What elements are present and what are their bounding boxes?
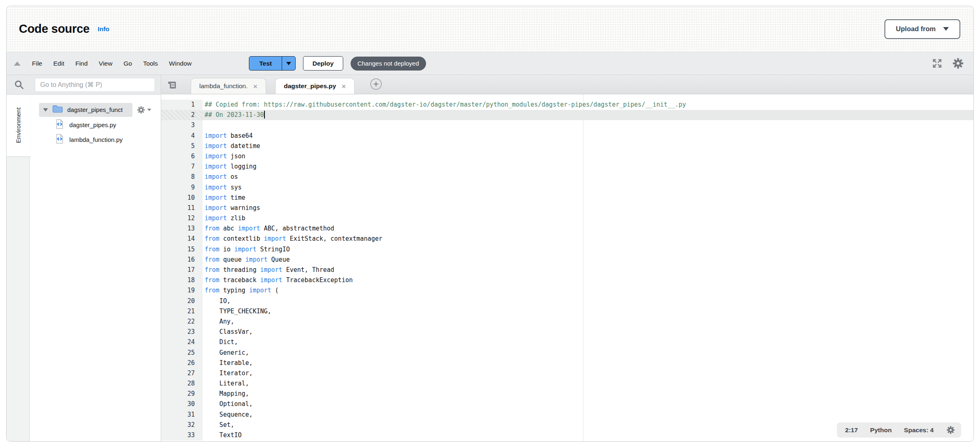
code-line[interactable]: 5import datetime [161,141,973,151]
folder-dagster-pipes-function[interactable]: dagster_pipes_funct [39,103,132,117]
code-line[interactable]: 20 IO, [161,296,973,306]
folder-expand-caret-icon[interactable] [43,108,48,112]
line-number[interactable]: 13 [161,224,203,234]
line-number[interactable]: 10 [161,193,203,203]
code-line[interactable]: 23 ClassVar, [161,327,973,337]
go-to-anything-input[interactable] [35,78,155,92]
close-tab-icon[interactable]: × [253,82,258,90]
test-split-button[interactable]: Test [249,56,296,71]
line-number[interactable]: 20 [161,296,203,306]
tab-dagster-pipes[interactable]: dagster_pipes.py × [275,78,355,94]
code-line[interactable]: 19from typing import ( [161,285,973,296]
line-number[interactable]: 6 [161,151,203,162]
code-line[interactable]: 17from threading import Event, Thread [161,265,973,275]
line-number[interactable]: 29 [161,389,203,399]
line-number[interactable]: 33 [161,430,203,440]
line-number[interactable]: 8 [161,172,203,182]
environment-tab[interactable]: Environment [7,95,30,156]
indentation-setting[interactable]: Spaces: 4 [904,426,934,434]
menu-window[interactable]: Window [169,60,191,67]
code-line[interactable]: 4import base64 [161,131,973,141]
close-tab-icon[interactable]: × [342,82,346,90]
line-number[interactable]: 7 [161,162,203,172]
cursor-position[interactable]: 2:17 [845,426,858,434]
code-line[interactable]: 31 Sequence, [161,410,973,420]
info-link[interactable]: Info [98,25,109,33]
code-line[interactable]: 10import time [161,193,973,203]
test-button-label[interactable]: Test [249,57,282,70]
tree-file-lambda-function[interactable]: lambda_function.py [55,132,161,147]
line-number[interactable]: 19 [161,285,203,296]
code-line[interactable]: 21 TYPE_CHECKING, [161,306,973,317]
line-number[interactable]: 17 [161,265,203,275]
menu-tools[interactable]: Tools [143,60,158,67]
code-line[interactable]: 14from contextlib import ExitStack, cont… [161,234,973,244]
tree-file-dagster-pipes[interactable]: dagster_pipes.py [55,117,161,132]
line-number[interactable]: 23 [161,327,203,337]
code-line[interactable]: 11import warnings [161,203,973,213]
code-line[interactable]: 9import sys [161,182,973,193]
upload-from-button[interactable]: Upload from [884,19,960,39]
code-line[interactable]: 28 Literal, [161,379,973,389]
code-editor[interactable]: 1## Copied from: https://raw.githubuserc… [161,94,973,441]
code-line[interactable]: 27 Iterator, [161,368,973,379]
code-line[interactable]: 2## On 2023-11-30 [161,110,973,120]
code-line[interactable]: 29 Mapping, [161,389,973,399]
line-number[interactable]: 30 [161,399,203,409]
code-line[interactable]: 25 Generic, [161,348,973,358]
code-line[interactable]: 22 Any, [161,317,973,327]
menu-go[interactable]: Go [123,60,132,67]
line-number[interactable]: 18 [161,275,203,285]
line-number[interactable]: 9 [161,182,203,193]
code-line[interactable]: 13from abc import ABC, abstractmethod [161,224,973,234]
new-tab-button[interactable] [370,78,382,90]
code-line[interactable]: 8import os [161,172,973,182]
line-number[interactable]: 32 [161,420,203,430]
line-number[interactable]: 24 [161,337,203,347]
test-dropdown-button[interactable] [282,57,295,70]
code-line[interactable]: 12import zlib [161,213,973,224]
menu-edit[interactable]: Edit [53,60,64,67]
code-line[interactable]: 30 Optional, [161,399,973,409]
collapse-menubar-icon[interactable] [14,62,21,66]
tree-settings-gear-icon[interactable] [137,105,151,114]
fullscreen-icon[interactable] [932,58,943,69]
code-line[interactable]: 1## Copied from: https://raw.githubuserc… [161,100,973,110]
line-number[interactable]: 4 [161,131,203,141]
menu-find[interactable]: Find [75,60,88,67]
line-number[interactable]: 2 [161,110,203,120]
menu-file[interactable]: File [32,60,42,67]
menu-view[interactable]: View [99,60,112,67]
code-line[interactable]: 6import json [161,151,973,162]
settings-gear-icon[interactable] [952,57,964,70]
tab-lambda-function[interactable]: lambda_function. × [191,78,266,94]
line-number[interactable]: 22 [161,317,203,327]
code-line[interactable]: 26 Iterable, [161,358,973,368]
line-number[interactable]: 3 [161,120,203,130]
code-line[interactable]: 16from queue import Queue [161,255,973,265]
line-number[interactable]: 11 [161,203,203,213]
line-number[interactable]: 26 [161,358,203,368]
line-number[interactable]: 27 [161,368,203,379]
code-text: import zlib [203,213,973,224]
line-number[interactable]: 12 [161,213,203,224]
line-number[interactable]: 31 [161,410,203,420]
line-number[interactable]: 16 [161,255,203,265]
line-number[interactable]: 28 [161,379,203,389]
code-text: TYPE_CHECKING, [203,306,973,317]
line-number[interactable]: 14 [161,234,203,244]
code-line[interactable]: 18from traceback import TracebackExcepti… [161,275,973,285]
line-number[interactable]: 1 [161,100,203,110]
line-number[interactable]: 21 [161,306,203,317]
code-line[interactable]: 15from io import StringIO [161,244,973,255]
line-number[interactable]: 5 [161,141,203,151]
deploy-button[interactable]: Deploy [303,56,343,71]
status-settings-gear-icon[interactable] [946,425,955,435]
code-line[interactable]: 3 [161,120,973,130]
line-number[interactable]: 25 [161,348,203,358]
open-files-list-icon[interactable] [167,80,178,90]
language-mode[interactable]: Python [870,426,892,434]
line-number[interactable]: 15 [161,244,203,255]
code-line[interactable]: 7import logging [161,162,973,172]
code-line[interactable]: 24 Dict, [161,337,973,347]
